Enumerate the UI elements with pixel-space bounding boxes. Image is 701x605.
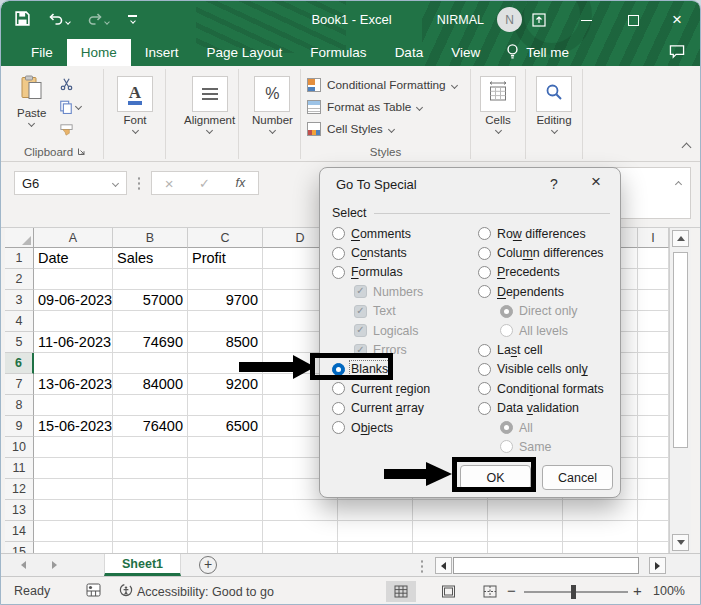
column-header-C[interactable]: C [188,228,263,248]
tab-file[interactable]: File [17,39,67,66]
cell-C15[interactable] [188,542,263,553]
scroll-right-icon[interactable] [649,557,666,574]
cell-B1[interactable]: Sales [113,248,188,269]
cell-B7[interactable]: 84000 [113,374,188,395]
sheet-tab-sheet1[interactable]: Sheet1 [104,554,181,576]
cell-A10[interactable] [34,437,113,458]
cell-B2[interactable] [113,269,188,290]
cell-A13[interactable] [34,500,113,521]
avatar[interactable]: N [497,7,522,32]
row-header-13[interactable]: 13 [5,500,34,521]
row-header-1[interactable]: 1 [5,248,34,269]
cell-A12[interactable] [34,479,113,500]
separator-dots[interactable] [421,559,423,573]
horizontal-scroll-thumb[interactable] [453,557,639,574]
cell-B4[interactable] [113,311,188,332]
cell-C7[interactable]: 9200 [188,374,263,395]
previous-sheet-icon[interactable] [21,561,26,569]
cell-D13[interactable] [263,500,338,521]
cell-C2[interactable] [188,269,263,290]
cell-I9[interactable] [638,416,669,437]
option-conditional-formats[interactable]: Conditional formats [478,379,614,398]
paste-button[interactable]: Paste [17,74,46,126]
cell-B12[interactable] [113,479,188,500]
cell-A8[interactable] [34,395,113,416]
row-header-2[interactable]: 2 [5,269,34,290]
collapse-ribbon-icon[interactable] [683,137,690,155]
option-visible-cells-only[interactable]: Visible cells only [478,360,614,379]
option-last-cell[interactable]: Last cell [478,340,614,359]
cell-E14[interactable] [338,521,413,542]
option-precedents[interactable]: Precedents [478,263,614,282]
option-constants[interactable]: Constants [332,243,478,262]
cell-B11[interactable] [113,458,188,479]
zoom-level[interactable]: 100% [653,584,685,598]
cell-I3[interactable] [638,290,669,311]
cell-C13[interactable] [188,500,263,521]
accessibility-status[interactable]: Accessibility: Good to go [118,582,274,601]
cell-C11[interactable] [188,458,263,479]
row-header-8[interactable]: 8 [5,395,34,416]
format-painter-icon[interactable] [59,122,74,141]
cell-B6[interactable] [113,353,188,374]
cancel-button[interactable]: Cancel [542,465,613,490]
font-group-button[interactable]: A Font [117,76,153,133]
cell-H13[interactable] [563,500,638,521]
cell-I7[interactable] [638,374,669,395]
cell-C3[interactable]: 9700 [188,290,263,311]
account-name[interactable]: NIRMAL [437,13,484,27]
cancel-entry-icon[interactable]: × [165,175,174,192]
cell-A4[interactable] [34,311,113,332]
row-header-3[interactable]: 3 [5,290,34,311]
copy-icon[interactable] [59,99,81,114]
styles-item-format-as-table[interactable]: Format as Table [303,96,469,118]
option-formulas[interactable]: Formulas [332,263,478,282]
editing-group-button[interactable]: Editing [536,76,572,133]
row-header-7[interactable]: 7 [5,374,34,395]
tab-page-layout[interactable]: Page Layout [193,39,297,66]
normal-view-icon[interactable] [386,581,416,602]
cell-C1[interactable]: Profit [188,248,263,269]
cells-group-button[interactable]: Cells [480,76,516,133]
column-header-I[interactable]: I [638,228,669,248]
tell-me[interactable]: Tell me [494,39,569,66]
cell-F13[interactable] [413,500,488,521]
row-header-6[interactable]: 6 [5,353,34,374]
cell-A15[interactable] [34,542,113,553]
cell-B5[interactable]: 74690 [113,332,188,353]
cell-I10[interactable] [638,437,669,458]
cell-C10[interactable] [188,437,263,458]
tab-formulas[interactable]: Formulas [296,39,380,66]
cell-E15[interactable] [338,542,413,553]
row-header-9[interactable]: 9 [5,416,34,437]
styles-item-cell-styles[interactable]: Cell Styles [303,118,469,140]
styles-item-conditional-formatting[interactable]: Conditional Formatting [303,74,469,96]
option-data-validation[interactable]: Data validation [478,399,614,418]
cell-G15[interactable] [488,542,563,553]
scroll-up-icon[interactable] [672,230,689,247]
zoom-in-icon[interactable]: + [633,582,642,599]
cell-C8[interactable] [188,395,263,416]
number-group-button[interactable]: % Number [252,76,293,133]
macro-record-icon[interactable] [86,583,101,600]
cell-B13[interactable] [113,500,188,521]
column-header-B[interactable]: B [113,228,188,248]
cell-A6[interactable] [34,353,113,374]
cell-A11[interactable] [34,458,113,479]
cell-E13[interactable] [338,500,413,521]
cell-D14[interactable] [263,521,338,542]
row-header-14[interactable]: 14 [5,521,34,542]
cell-G13[interactable] [488,500,563,521]
maximize-button[interactable] [620,9,646,31]
close-button[interactable]: × [664,9,690,31]
cell-I14[interactable] [638,521,669,542]
cell-A7[interactable]: 13-06-2023 [34,374,113,395]
cell-F14[interactable] [413,521,488,542]
horizontal-scrollbar[interactable] [421,556,681,574]
option-column-differences[interactable]: Column differences [478,243,614,262]
cell-F15[interactable] [413,542,488,553]
dialog-launcher-icon[interactable] [77,146,86,158]
cell-C5[interactable]: 8500 [188,332,263,353]
tab-insert[interactable]: Insert [131,39,193,66]
scroll-down-icon[interactable] [672,534,689,551]
